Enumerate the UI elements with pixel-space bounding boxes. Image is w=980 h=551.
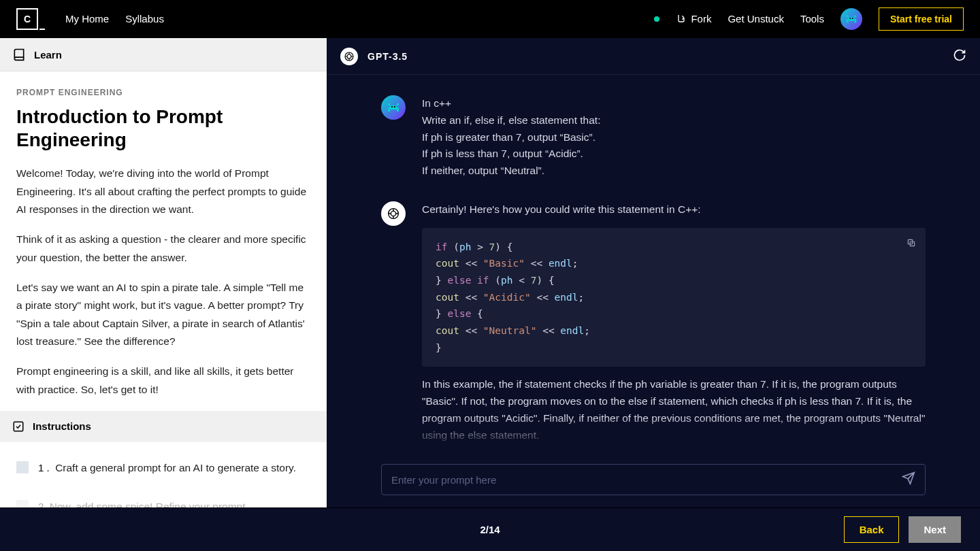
paragraph-2: Think of it as asking a question - the c… [16,231,310,267]
send-icon [902,471,915,485]
model-icon [340,48,358,65]
get-unstuck-button[interactable]: Get Unstuck [728,13,784,24]
chat-body: In c++ Write an if, else if, else statem… [327,75,980,464]
logo[interactable]: C [16,8,38,30]
instructions-label: Instructions [33,420,91,432]
instruction-2: 2 Now, add some spice! Refine your promp… [16,495,310,507]
fork-icon [676,14,687,24]
copy-code-button[interactable] [906,236,916,253]
svg-rect-11 [397,103,399,105]
svg-rect-10 [388,103,390,105]
svg-rect-3 [847,19,849,23]
chat-header: GPT-3.5 [327,38,980,75]
instruction-1-checkbox[interactable] [16,461,29,473]
instruction-1-number: 1 . [38,462,50,473]
send-button[interactable] [902,471,915,488]
svg-rect-6 [852,18,853,19]
top-nav: C My Home Syllabus Fork Get Unstuck Tool… [0,0,980,38]
svg-rect-15 [391,106,393,107]
book-icon [12,48,26,61]
svg-rect-14 [397,107,399,112]
invader-icon [844,12,859,27]
user-message: In c++ Write an if, else if, else statem… [381,95,926,180]
user-msg-line-1: In c++ [422,95,926,112]
instruction-2-checkbox [16,500,29,507]
copy-clipboard-link[interactable]: Copy to clipboard [422,454,926,464]
next-button[interactable]: Next [909,516,961,543]
copy-icon [906,238,916,248]
instruction-1: 1 . Craft a general prompt for an AI to … [16,456,310,481]
lesson-panel: Learn PROMPT ENGINEERING Introduction to… [0,38,327,507]
code-block: if (ph > 7) { cout << "Basic" << endl; }… [422,228,926,367]
nav-syllabus[interactable]: Syllabus [125,13,164,24]
paragraph-3: Let's say we want an AI to spin a pirate… [16,279,310,350]
user-msg-line-5: If neither, output “Neutral”. [422,163,926,180]
svg-rect-4 [855,19,857,23]
progress-indicator: 2/14 [480,524,500,535]
svg-rect-1 [855,15,857,17]
svg-rect-0 [847,15,849,17]
user-message-avatar [381,95,406,120]
svg-rect-2 [848,17,854,21]
ai-explanation: In this example, the if statement checks… [422,376,926,444]
user-msg-line-4: If ph is less than 7, output “Acidic”. [422,146,926,163]
paragraph-4: Prompt engineering is a skill, and like … [16,363,310,399]
instruction-1-text: Craft a general prompt for an AI to gene… [55,462,296,473]
start-trial-button[interactable]: Start free trial [879,7,964,31]
copy-icon [422,458,431,464]
learn-header: Learn [0,38,327,71]
refresh-button[interactable] [953,48,966,65]
prompt-input[interactable] [391,474,902,486]
svg-rect-16 [394,106,395,107]
checklist-icon [12,420,24,433]
svg-point-8 [347,54,351,59]
paragraph-1: Welcome! Today, we're diving into the wo… [16,165,310,218]
svg-rect-13 [388,107,390,112]
ai-message: Certainly! Here's how you could write th… [381,201,926,464]
svg-rect-12 [390,105,397,110]
instruction-2-number: 2 [38,501,44,507]
svg-point-17 [391,211,395,216]
prompt-input-container [381,464,926,495]
nav-my-home[interactable]: My Home [65,13,109,24]
course-label: PROMPT ENGINEERING [16,88,310,97]
invader-icon [385,99,402,116]
chat-panel: GPT-3.5 In c++ Write an if, else if, els… [327,38,980,507]
user-msg-line-2: Write an if, else if, else statement tha… [422,112,926,129]
ai-intro: Certainly! Here's how you could write th… [422,201,926,218]
fork-button[interactable]: Fork [676,13,711,24]
svg-rect-5 [849,18,851,19]
lesson-title: Introduction to Prompt Engineering [16,105,310,151]
status-dot [654,16,659,22]
model-name: GPT-3.5 [368,51,408,62]
ai-message-avatar [381,201,406,226]
back-button[interactable]: Back [844,516,900,543]
learn-label: Learn [34,49,62,61]
user-msg-line-3: If ph is greater than 7, output “Basic”. [422,129,926,146]
instruction-2-text: Now, add some spice! Refine your prompt [50,501,246,507]
user-avatar[interactable] [840,8,862,30]
instructions-header: Instructions [0,411,327,442]
svg-rect-7 [14,422,23,431]
bottom-bar: 2/14 Back Next [0,507,980,551]
tools-button[interactable]: Tools [800,13,824,24]
